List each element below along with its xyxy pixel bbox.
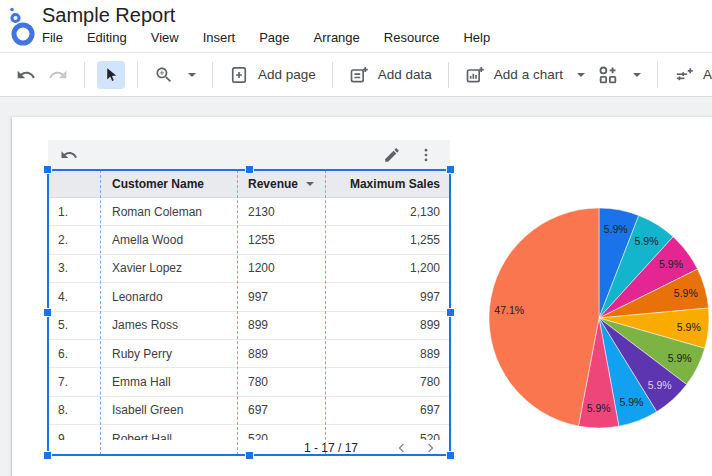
menu-item-insert[interactable]: Insert [203, 30, 236, 45]
community-visualizations-button[interactable] [593, 64, 645, 86]
add-data-icon [349, 65, 369, 85]
table-cell-customer-name: Xavier Lopez [100, 261, 237, 275]
table-row: 1.Roman Coleman21302,130 [48, 198, 450, 226]
table-cell-maximum-sales: 2,130 [325, 205, 450, 219]
menu-item-editing[interactable]: Editing [87, 30, 127, 45]
table-cell-maximum-sales: 697 [325, 403, 450, 417]
chevron-down-icon [633, 73, 641, 77]
resize-handle[interactable] [44, 309, 51, 316]
table-header-customer-name[interactable]: Customer Name [100, 177, 237, 191]
table-cell-index: 9. [48, 432, 100, 440]
community-viz-icon [597, 64, 619, 86]
table-cell-index: 2. [48, 233, 100, 247]
column-divider[interactable] [325, 170, 326, 455]
table-cell-maximum-sales: 899 [325, 318, 450, 332]
add-page-button[interactable]: Add page [225, 65, 320, 85]
column-divider[interactable] [237, 170, 238, 455]
menu-item-help[interactable]: Help [463, 30, 490, 45]
add-control-icon [674, 65, 694, 85]
table-cell-customer-name: Ruby Perry [100, 347, 237, 361]
menu-item-file[interactable]: File [42, 30, 63, 45]
add-data-button[interactable]: Add data [345, 65, 436, 85]
resize-handle[interactable] [44, 166, 51, 173]
menu-item-page[interactable]: Page [259, 30, 289, 45]
add-control-label: Add a control [703, 67, 712, 82]
pie-slice-label: 5.9% [659, 258, 683, 270]
data-table-chart[interactable]: Customer Name Revenue Maximum Sales 1.Ro… [48, 170, 450, 455]
table-cell-revenue: 889 [237, 347, 325, 361]
pie-slice-label: 5.9% [635, 235, 659, 247]
edit-pencil-button[interactable] [383, 146, 401, 164]
report-page[interactable]: Customer Name Revenue Maximum Sales 1.Ro… [12, 117, 712, 476]
table-row: 6.Ruby Perry889889 [48, 340, 450, 368]
redo-icon [48, 65, 68, 85]
table-cell-index: 1. [48, 205, 100, 219]
toolbar-separator [332, 62, 333, 88]
select-tool-button[interactable] [97, 61, 125, 89]
pie-chart-svg: 5.9%5.9%5.9%5.9%5.9%5.9%5.9%5.9%5.9%47.1… [487, 206, 711, 430]
resize-handle[interactable] [246, 452, 253, 459]
pie-slice-label: 47.1% [494, 304, 524, 316]
table-cell-revenue: 520 [237, 432, 325, 440]
resize-handle[interactable] [447, 166, 454, 173]
table-row: 4.Leonardo997997 [48, 283, 450, 311]
chart-reset-button[interactable] [60, 146, 78, 164]
menubar: FileEditingViewInsertPageArrangeResource… [42, 30, 490, 45]
table-row: 9.Robert Hall520520 [48, 425, 450, 440]
add-page-label: Add page [258, 67, 316, 82]
toolbar-separator [657, 62, 658, 88]
resize-handle[interactable] [447, 309, 454, 316]
add-page-icon [229, 65, 249, 85]
add-data-label: Add data [378, 67, 432, 82]
table-cell-revenue: 1255 [237, 233, 325, 247]
undo-button[interactable] [12, 61, 40, 89]
menu-item-resource[interactable]: Resource [384, 30, 440, 45]
table-cell-revenue: 780 [237, 375, 325, 389]
table-header-revenue[interactable]: Revenue [237, 177, 325, 191]
table-header-maximum-sales[interactable]: Maximum Sales [325, 177, 450, 191]
table-row: 2.Amella Wood12551,255 [48, 226, 450, 254]
more-options-button[interactable] [417, 146, 435, 164]
pagination-range: 1 - 17 / 17 [304, 441, 358, 455]
table-cell-revenue: 2130 [237, 205, 325, 219]
toolbar-separator [84, 62, 85, 88]
table-cell-index: 4. [48, 290, 100, 304]
redo-button[interactable] [44, 61, 72, 89]
pie-slice[interactable] [489, 208, 599, 426]
zoom-tool-button[interactable] [150, 65, 200, 85]
pagination-next-button[interactable] [424, 442, 436, 454]
pagination-prev-button[interactable] [396, 442, 408, 454]
add-chart-button[interactable]: Add a chart [461, 65, 589, 85]
pie-slice-label: 5.9% [648, 379, 672, 391]
pie-slice-label: 5.9% [604, 223, 628, 235]
resize-handle[interactable] [447, 452, 454, 459]
add-control-button[interactable]: Add a control [670, 65, 712, 85]
chevron-down-icon [188, 73, 196, 77]
resize-handle[interactable] [44, 452, 51, 459]
toolbar-separator [448, 62, 449, 88]
table-cell-revenue: 697 [237, 403, 325, 417]
table-cell-revenue: 899 [237, 318, 325, 332]
menu-item-arrange[interactable]: Arrange [314, 30, 360, 45]
cursor-arrow-icon [102, 66, 120, 84]
table-cell-maximum-sales: 1,200 [325, 261, 450, 275]
table-row: 8.Isabell Green697697 [48, 397, 450, 425]
chevron-right-icon [424, 442, 436, 454]
pie-slice-label: 5.9% [619, 396, 643, 408]
sort-caret-icon [306, 182, 314, 186]
table-rows: 1.Roman Coleman21302,1302.Amella Wood125… [48, 198, 450, 440]
table-cell-revenue: 997 [237, 290, 325, 304]
column-divider[interactable] [100, 170, 101, 455]
table-cell-maximum-sales: 889 [325, 347, 450, 361]
pie-chart[interactable]: 5.9%5.9%5.9%5.9%5.9%5.9%5.9%5.9%5.9%47.1… [487, 206, 711, 430]
table-cell-index: 7. [48, 375, 100, 389]
resize-handle[interactable] [246, 166, 253, 173]
pie-slice-label: 5.9% [587, 402, 611, 414]
table-cell-maximum-sales: 997 [325, 290, 450, 304]
data-studio-logo-icon [8, 6, 36, 48]
table-header-revenue-label: Revenue [248, 177, 298, 191]
menu-item-view[interactable]: View [151, 30, 179, 45]
table-cell-customer-name: Emma Hall [100, 375, 237, 389]
report-title[interactable]: Sample Report [42, 4, 175, 27]
pie-slice-label: 5.9% [668, 352, 692, 364]
